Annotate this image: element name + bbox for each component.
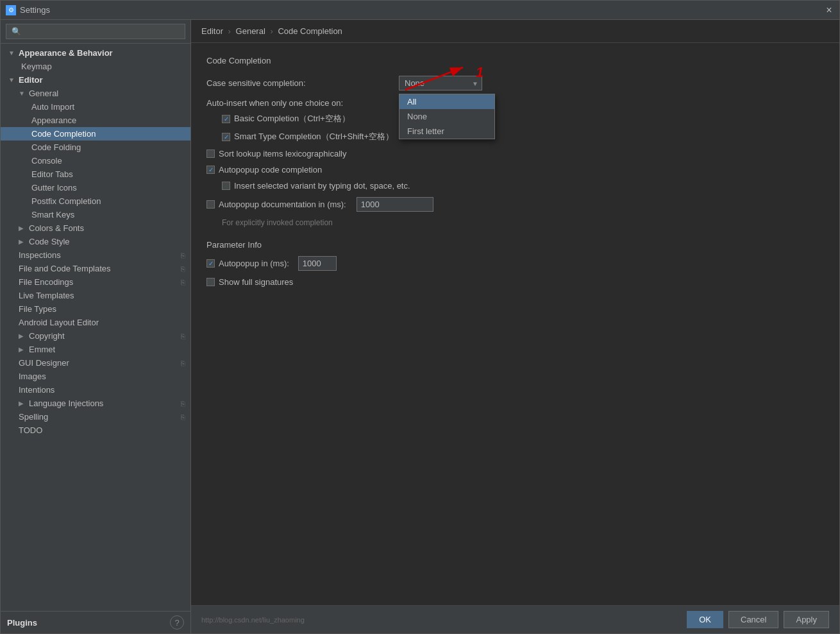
sidebar-item-label: Copyright (29, 331, 65, 341)
sidebar-item-auto-import[interactable]: Auto Import (1, 100, 190, 114)
hint-text: For explicitly invoked completion (206, 218, 824, 227)
smart-type-row: Smart Type Completion（Ctrl+Shift+空格） (206, 131, 824, 142)
sidebar-item-copyright[interactable]: ▶ Copyright ⎘ (1, 329, 190, 343)
cancel-button[interactable]: Cancel (728, 611, 778, 628)
sidebar-item-label: Editor (19, 75, 43, 85)
breadcrumb-editor: Editor (201, 26, 223, 36)
sidebar-item-keymap[interactable]: Keymap (1, 60, 190, 73)
sidebar-item-code-folding[interactable]: Code Folding (1, 141, 190, 154)
sidebar-item-label: Console (31, 156, 62, 166)
autopopup-row: Autopopup code completion (206, 165, 824, 175)
sidebar-item-editor[interactable]: ▼ Editor (1, 73, 190, 87)
content-area: Code Completion Case sensitive completio… (191, 43, 839, 605)
sort-lookup-checkbox[interactable] (206, 150, 215, 158)
sidebar-item-todo[interactable]: TODO (1, 424, 190, 437)
insert-selected-checkbox[interactable] (222, 182, 230, 190)
param-autopopup-input[interactable] (298, 256, 337, 271)
case-sensitive-row: Case sensitive completion: None All Firs… (206, 76, 824, 90)
sidebar-item-label: Postfix Completion (31, 196, 101, 206)
sidebar-item-label: Android Layout Editor (19, 318, 99, 327)
autopopup-checkbox[interactable] (206, 166, 215, 174)
sidebar-item-editor-tabs[interactable]: Editor Tabs (1, 167, 190, 181)
sidebar-item-file-types[interactable]: File Types (1, 302, 190, 316)
sidebar-item-intentions[interactable]: Intentions (1, 383, 190, 397)
dropdown-option-none[interactable]: None (399, 109, 494, 124)
window-title: Settings (20, 5, 50, 15)
smart-type-label: Smart Type Completion（Ctrl+Shift+空格） (234, 131, 394, 142)
copy-icon: ⎘ (181, 252, 185, 259)
title-bar: ⚙ Settings × (1, 1, 839, 20)
sidebar-item-label: Code Folding (31, 142, 81, 152)
sidebar-item-label: Code Completion (31, 129, 96, 139)
sidebar-item-gui-designer[interactable]: GUI Designer ⎘ (1, 356, 190, 370)
sidebar-item-general[interactable]: ▼ General (1, 87, 190, 100)
main-content: ▼ Appearance & Behavior Keymap ▼ Editor … (1, 20, 839, 633)
param-autopopup-checkbox[interactable] (206, 259, 215, 268)
sidebar-item-smart-keys[interactable]: Smart Keys (1, 208, 190, 221)
sidebar-footer: Plugins ? (1, 611, 190, 633)
sidebar-item-appearance-behavior[interactable]: ▼ Appearance & Behavior (1, 46, 190, 60)
search-input[interactable] (6, 24, 185, 39)
sidebar-item-label: Images (19, 372, 46, 381)
sidebar-item-label: Smart Keys (31, 210, 74, 219)
sort-lookup-label: Sort lookup items lexicographically (219, 149, 346, 158)
sidebar-item-label: Appearance & Behavior (19, 48, 113, 58)
sidebar-item-label: Editor Tabs (31, 169, 73, 179)
sidebar-item-emmet[interactable]: ▶ Emmet (1, 343, 190, 356)
annotation-number-1: 1 (476, 64, 483, 81)
apply-button[interactable]: Apply (784, 611, 829, 628)
autopopup-label: Autopopup code completion (219, 165, 322, 175)
sidebar-item-label: Keymap (21, 62, 52, 71)
sidebar-item-label: Auto Import (31, 102, 74, 112)
sidebar-item-label: General (29, 89, 58, 98)
sidebar-item-label: File Types (19, 304, 56, 314)
sidebar-item-postfix-completion[interactable]: Postfix Completion (1, 194, 190, 208)
sidebar: ▼ Appearance & Behavior Keymap ▼ Editor … (1, 20, 191, 633)
sidebar-item-gutter-icons[interactable]: Gutter Icons (1, 181, 190, 194)
sidebar-item-label: Spelling (19, 412, 48, 422)
smart-type-checkbox[interactable] (222, 133, 230, 141)
expand-arrow: ▼ (8, 76, 16, 83)
help-button[interactable]: ? (170, 615, 184, 630)
sidebar-item-appearance[interactable]: Appearance (1, 114, 190, 127)
sidebar-item-code-style[interactable]: ▶ Code Style (1, 235, 190, 248)
sidebar-item-images[interactable]: Images (1, 370, 190, 383)
ok-button[interactable]: OK (687, 611, 723, 628)
sidebar-item-colors-fonts[interactable]: ▶ Colors & Fonts (1, 221, 190, 235)
svg-line-1 (405, 67, 463, 90)
sidebar-item-label: File Encodings (19, 277, 73, 287)
sidebar-item-android-layout-editor[interactable]: Android Layout Editor (1, 316, 190, 329)
copy-icon: ⎘ (181, 265, 185, 273)
sidebar-item-inspections[interactable]: Inspections ⎘ (1, 248, 190, 262)
parameter-info-section: Parameter Info Autopopup in (ms): Show f… (206, 240, 824, 287)
autopopup-doc-input[interactable] (357, 197, 433, 212)
sidebar-item-live-templates[interactable]: Live Templates (1, 289, 190, 302)
sidebar-item-spelling[interactable]: Spelling ⎘ (1, 410, 190, 424)
show-signatures-label: Show full signatures (219, 277, 293, 287)
close-button[interactable]: × (824, 5, 834, 15)
dropdown-option-all[interactable]: All (399, 94, 494, 109)
sidebar-item-label: Emmet (29, 345, 55, 354)
sidebar-item-label: Colors & Fonts (29, 223, 84, 233)
sidebar-item-label: GUI Designer (19, 358, 69, 368)
autopopup-doc-checkbox[interactable] (206, 200, 215, 209)
case-sensitive-label: Case sensitive completion: (206, 78, 399, 88)
show-signatures-checkbox[interactable] (206, 278, 215, 286)
sidebar-item-console[interactable]: Console (1, 154, 190, 167)
expand-arrow: ▶ (19, 332, 26, 339)
sidebar-item-language-injections[interactable]: ▶ Language Injections ⎘ (1, 397, 190, 410)
expand-arrow: ▶ (19, 346, 26, 353)
sidebar-item-label: Language Injections (29, 398, 103, 408)
sidebar-item-label: TODO (19, 425, 42, 435)
sidebar-item-file-code-templates[interactable]: File and Code Templates ⎘ (1, 262, 190, 275)
expand-arrow: ▼ (8, 49, 16, 56)
sidebar-item-code-completion[interactable]: Code Completion (1, 127, 190, 141)
settings-window: ⚙ Settings × ▼ Appearance & Behavior Key… (0, 0, 840, 634)
basic-completion-checkbox[interactable] (222, 115, 230, 123)
sidebar-item-file-encodings[interactable]: File Encodings ⎘ (1, 275, 190, 289)
breadcrumb: Editor › General › Code Completion (191, 20, 839, 43)
dropdown-popup: All None First letter (399, 94, 495, 139)
dropdown-option-first-letter[interactable]: First letter (399, 124, 494, 139)
sidebar-item-label: Gutter Icons (31, 183, 77, 193)
parameter-info-title: Parameter Info (206, 240, 824, 250)
